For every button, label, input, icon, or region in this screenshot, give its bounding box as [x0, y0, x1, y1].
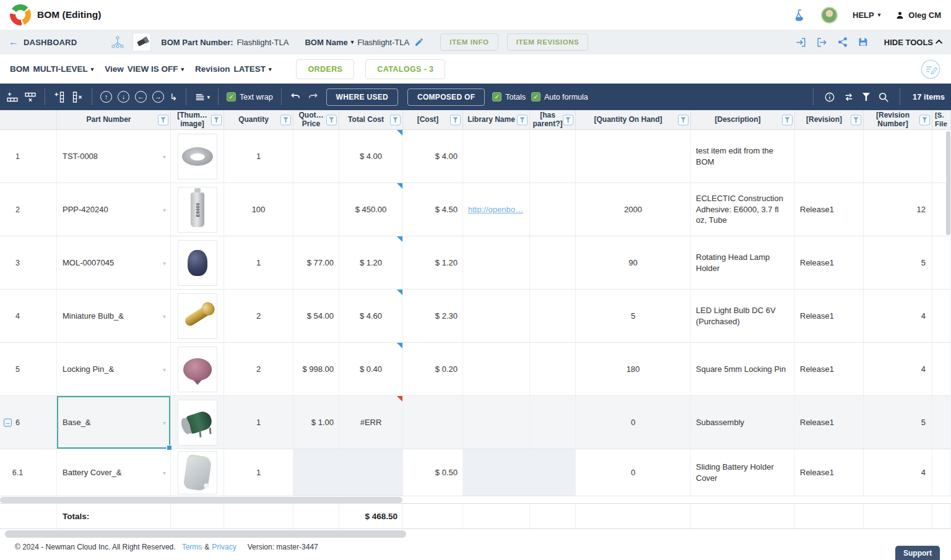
thumbnail-cell[interactable] — [171, 343, 224, 395]
share-icon[interactable] — [837, 37, 848, 48]
row-number-cell[interactable]: 3 — [0, 236, 57, 289]
row-number-cell[interactable]: 4 — [0, 290, 57, 342]
column-filter-button[interactable] — [211, 114, 222, 125]
move-down-icon[interactable]: ↓ — [118, 91, 129, 103]
quote-price-cell[interactable]: $ 54.00 — [293, 290, 339, 342]
library-name-cell[interactable] — [463, 290, 530, 342]
revision-number-cell[interactable]: 4 — [864, 343, 932, 395]
column-header-cost[interactable]: [Cost] — [403, 110, 463, 129]
column-filter-button[interactable] — [517, 114, 528, 125]
text-wrap-checkbox[interactable]: ✓ — [227, 92, 236, 101]
cost-cell[interactable]: $ 1.20 — [403, 236, 463, 289]
library-name-cell[interactable]: http://openbo… — [463, 183, 530, 236]
quantity-on-hand-cell[interactable]: 2000 — [576, 183, 691, 236]
revision-cell[interactable]: Release1 — [795, 343, 864, 395]
row-number-cell[interactable]: – 6 — [0, 396, 57, 449]
column-header-thumb[interactable]: [Thum… image] — [171, 110, 224, 129]
total-cost-cell[interactable]: $ 4.00 — [339, 130, 403, 183]
outdent-icon[interactable]: ← — [135, 91, 147, 103]
row-number-cell[interactable]: 1 — [0, 130, 57, 183]
has-parent-cell[interactable] — [530, 290, 576, 342]
revision-number-cell[interactable]: 12 — [864, 183, 932, 236]
hide-tools-toggle[interactable]: HIDE TOOLS — [884, 38, 942, 47]
column-header-sfile[interactable]: [S. File — [932, 110, 951, 129]
total-cost-cell[interactable]: $ 450.00 — [339, 183, 403, 236]
part-number-cell[interactable]: MOL-0007045 ▾ — [57, 236, 171, 289]
info-icon[interactable] — [824, 92, 835, 103]
has-parent-cell[interactable] — [530, 343, 576, 395]
quote-price-cell[interactable] — [293, 183, 339, 236]
description-cell[interactable]: Rotating Head Lamp Holder — [691, 236, 795, 289]
column-header-lib[interactable]: Library Name — [463, 110, 530, 129]
library-name-cell[interactable] — [463, 236, 530, 289]
help-menu[interactable]: HELP ▾ — [853, 11, 880, 20]
column-filter-button[interactable] — [782, 114, 792, 125]
column-header-desc[interactable]: [Description] — [691, 110, 795, 129]
revision-number-cell[interactable]: 5 — [864, 236, 932, 289]
search-icon[interactable] — [878, 92, 889, 103]
has-parent-cell[interactable] — [530, 236, 576, 289]
revision-cell[interactable]: Release1 — [795, 396, 864, 449]
row-number-cell[interactable]: 5 — [0, 343, 57, 395]
catalogs-button[interactable]: CATALOGS - 3 — [365, 59, 445, 79]
description-cell[interactable]: test item edit from the BOM — [691, 130, 795, 183]
delete-column-icon[interactable] — [71, 91, 84, 103]
where-used-button[interactable]: WHERE USED — [326, 88, 398, 106]
horizontal-scrollbar-bottom[interactable] — [5, 530, 406, 538]
part-number-cell[interactable]: Locking Pin_& ▾ — [57, 343, 171, 395]
item-revisions-button[interactable]: ITEM REVISIONS — [507, 33, 589, 51]
cost-cell[interactable] — [403, 396, 463, 449]
delete-row-icon[interactable] — [24, 91, 37, 103]
auto-formula-checkbox[interactable]: ✓ — [531, 92, 541, 101]
edit-name-pencil-icon[interactable] — [414, 37, 424, 47]
quantity-on-hand-cell[interactable]: 90 — [576, 236, 691, 289]
column-header-rev[interactable]: [Revision] — [795, 110, 864, 129]
total-cost-cell[interactable]: $ 1.20 — [339, 236, 403, 289]
column-filter-button[interactable] — [158, 114, 168, 125]
quantity-on-hand-cell[interactable] — [576, 130, 691, 183]
bom-thumbnail[interactable] — [132, 33, 151, 51]
library-name-cell[interactable] — [463, 343, 530, 395]
thumbnail-cell[interactable] — [171, 290, 224, 342]
revision-number-cell[interactable]: 5 — [864, 396, 932, 449]
cell-dropdown-caret-icon[interactable]: ▾ — [163, 366, 166, 373]
redo-icon[interactable] — [307, 91, 319, 103]
export-icon[interactable] — [816, 37, 828, 48]
quote-price-cell[interactable]: $ 998.00 — [293, 343, 339, 395]
app-logo-icon[interactable] — [10, 4, 31, 25]
swap-columns-icon[interactable] — [843, 92, 854, 103]
orders-button[interactable]: ORDERS — [296, 59, 354, 79]
collapse-row-icon[interactable]: – — [4, 418, 12, 426]
back-arrow-icon[interactable]: ← — [9, 37, 19, 48]
part-number-cell[interactable]: TST-0008 ▾ — [57, 130, 171, 183]
column-filter-button[interactable] — [919, 114, 930, 125]
bom-name-dropdown[interactable]: BOM Name ▾ — [305, 38, 354, 47]
filter-icon[interactable] — [862, 93, 870, 101]
quantity-on-hand-cell[interactable]: 0 — [576, 396, 691, 449]
column-filter-button[interactable] — [450, 114, 461, 125]
total-cost-cell[interactable]: $ 4.60 — [339, 290, 403, 342]
column-filter-button[interactable] — [851, 114, 861, 125]
horizontal-scrollbar[interactable] — [0, 496, 951, 503]
column-filter-button[interactable] — [563, 114, 573, 125]
column-header-tcost[interactable]: Total Cost — [339, 110, 403, 129]
column-filter-button[interactable] — [678, 114, 688, 125]
quantity-on-hand-cell[interactable]: 0 — [576, 449, 691, 496]
indent-icon[interactable]: → — [152, 91, 164, 103]
row-number-cell[interactable]: 6.1 — [0, 449, 57, 496]
part-number-cell[interactable]: Miniature Bulb_& ▾ — [57, 290, 171, 342]
part-number-cell[interactable]: Base_& ▾ — [57, 396, 171, 449]
revision-cell[interactable]: Release1 — [795, 183, 864, 236]
quantity-cell[interactable]: 1 — [224, 236, 293, 289]
revision-cell[interactable]: Release1 — [795, 449, 864, 496]
quote-price-cell[interactable] — [293, 449, 339, 496]
cost-cell[interactable]: $ 4.00 — [403, 130, 463, 183]
dashboard-link[interactable]: DASHBOARD — [24, 38, 77, 47]
totals-checkbox[interactable]: ✓ — [492, 92, 502, 101]
column-header-part[interactable]: Part Number — [57, 110, 171, 129]
total-cost-cell[interactable]: #ERR — [339, 396, 403, 449]
cost-cell[interactable]: $ 0.20 — [403, 343, 463, 395]
column-header-haspar[interactable]: [has parent?] — [530, 110, 576, 129]
quantity-cell[interactable]: 1 — [224, 396, 293, 449]
scrollbar-thumb[interactable] — [946, 131, 950, 235]
